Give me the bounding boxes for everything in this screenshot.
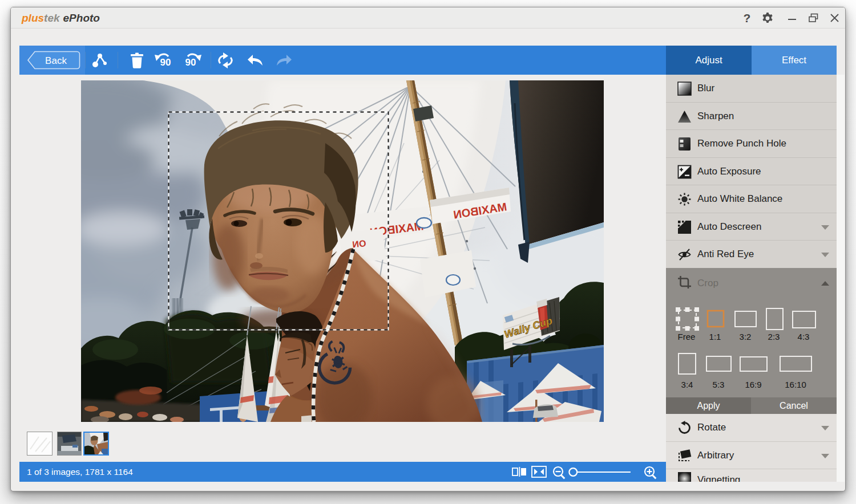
svg-text:Back: Back [45, 55, 67, 66]
svg-text:90: 90 [185, 57, 196, 68]
svg-text:ON: ON [352, 238, 367, 249]
svg-text:90: 90 [160, 57, 171, 68]
